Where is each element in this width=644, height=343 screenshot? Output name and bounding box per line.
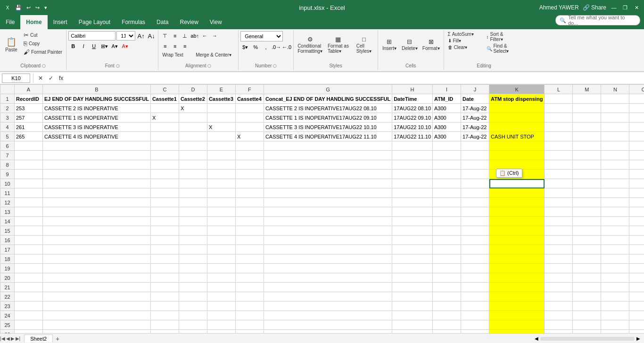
cell-16-E[interactable] [207,236,235,245]
cell-25-B[interactable] [43,320,151,330]
font-color-btn[interactable]: A▾ [120,41,130,51]
cell-3-B[interactable]: CASSETTE 1 IS INOPERATIVE [43,113,151,122]
cell-5-K[interactable]: CASH UNIT STOP [489,132,545,141]
cell-10-I[interactable] [433,179,461,188]
cell-18-I[interactable] [433,254,461,264]
cell-15-D[interactable] [179,226,207,236]
col-header-E[interactable]: E [207,85,235,94]
cell-23-G[interactable] [264,302,392,311]
cell-11-L[interactable] [545,188,573,198]
tab-nav-last[interactable]: ▶| [16,336,21,341]
cell-13-C[interactable] [150,207,179,217]
cell-25-F[interactable] [235,320,264,330]
cell-23-O[interactable] [629,302,644,311]
cell-2-A[interactable]: 253 [15,104,43,113]
cell-1-L[interactable] [545,94,573,104]
cell-17-E[interactable] [207,245,235,254]
cell-25-M[interactable] [573,320,601,330]
cell-22-L[interactable] [545,292,573,302]
cell-8-G[interactable] [264,160,392,170]
sheet-grid[interactable]: A B C D E F G H I J K L M N O 1 [0,84,644,333]
cell-24-O[interactable] [629,311,644,320]
cell-8-D[interactable] [179,160,207,170]
border-btn[interactable]: ⊞▾ [99,41,109,51]
minimize-btn[interactable]: — [610,4,618,11]
cell-4-D[interactable] [179,122,207,132]
cell-10-K[interactable] [489,179,545,188]
format-painter-btn[interactable]: 🖌Format Painter [22,48,64,56]
cell-1-B[interactable]: EJ END OF DAY HANDLING SUCCESSFUL [43,94,151,104]
cell-25-K[interactable] [489,320,545,330]
cell-9-M[interactable] [573,170,601,179]
cell-2-H[interactable]: 17AUG22 08.10 [392,104,433,113]
cell-9-J[interactable] [461,170,489,179]
col-header-A[interactable]: A [15,85,43,94]
tab-review[interactable]: Review [174,15,204,29]
cell-20-D[interactable] [179,273,207,283]
cell-8-C[interactable] [150,160,179,170]
cell-13-I[interactable] [433,207,461,217]
cell-5-H[interactable]: 17AUG22 11.10 [392,132,433,141]
cell-12-M[interactable] [573,198,601,207]
cell-3-O[interactable] [629,113,644,122]
col-header-F[interactable]: F [235,85,264,94]
cell-25-C[interactable] [150,320,179,330]
sort-filter-btn[interactable]: ↕ Sort &Filter▾ [485,31,522,42]
find-select-btn[interactable]: 🔍 Find &Select▾ [485,43,522,54]
cell-14-L[interactable] [545,217,573,226]
cell-11-M[interactable] [573,188,601,198]
cell-17-B[interactable] [43,245,151,254]
bold-btn[interactable]: B [68,41,78,51]
cell-24-G[interactable] [264,311,392,320]
cell-9-O[interactable] [629,170,644,179]
cell-10-B[interactable] [43,179,151,188]
cell-15-O[interactable] [629,226,644,236]
cell-1-N[interactable] [601,94,629,104]
cell-22-A[interactable] [15,292,43,302]
cell-13-F[interactable] [235,207,264,217]
cell-23-C[interactable] [150,302,179,311]
cell-1-D[interactable]: Cassette2 [179,94,207,104]
cell-8-O[interactable] [629,160,644,170]
cell-23-N[interactable] [601,302,629,311]
paste-btn[interactable]: 📋 Paste [2,31,21,58]
format-btn[interactable]: ⊠ Format▾ [421,31,442,58]
insert-function-btn[interactable]: fx [57,75,65,82]
cell-11-H[interactable] [392,188,433,198]
cell-3-G[interactable]: CASSETTE 1 IS INOPERATIVE17AUG22 09.10 [264,113,392,122]
cell-2-B[interactable]: CASSETTE 2 IS INOPERATIVE [43,104,151,113]
cell-7-N[interactable] [601,151,629,160]
cell-6-G[interactable] [264,141,392,151]
cell-1-C[interactable]: Cassette1 [150,94,179,104]
cell-26-F[interactable] [235,330,264,334]
cell-15-J[interactable] [461,226,489,236]
cell-10-O[interactable] [629,179,644,188]
col-header-M[interactable]: M [573,85,601,94]
cell-12-C[interactable] [150,198,179,207]
cell-24-I[interactable] [433,311,461,320]
cell-11-K[interactable] [489,188,545,198]
cell-8-B[interactable] [43,160,151,170]
cell-9-F[interactable] [235,170,264,179]
cell-19-E[interactable] [207,264,235,273]
cell-12-G[interactable] [264,198,392,207]
cell-17-J[interactable] [461,245,489,254]
cell-6-D[interactable] [179,141,207,151]
cell-15-G[interactable] [264,226,392,236]
redo-btn[interactable]: ↪ [34,5,41,11]
cell-22-H[interactable] [392,292,433,302]
col-header-H[interactable]: H [392,85,433,94]
cell-4-N[interactable] [601,122,629,132]
cell-24-B[interactable] [43,311,151,320]
cell-16-N[interactable] [601,236,629,245]
cell-26-J[interactable] [461,330,489,334]
cell-26-O[interactable] [629,330,644,334]
cell-8-K[interactable] [489,160,545,170]
cell-1-A[interactable]: RecordID [15,94,43,104]
cell-25-L[interactable] [545,320,573,330]
merge-center-btn[interactable]: Merge & Center▾ [194,52,236,58]
cell-20-C[interactable] [150,273,179,283]
cell-11-B[interactable] [43,188,151,198]
cell-5-C[interactable] [150,132,179,141]
cell-15-E[interactable] [207,226,235,236]
